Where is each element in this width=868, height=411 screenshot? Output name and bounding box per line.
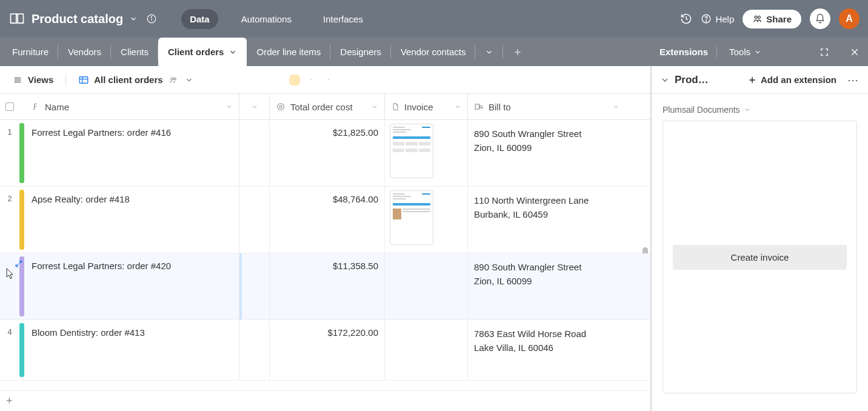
chevron-down-icon[interactable] xyxy=(660,75,670,85)
tab-furniture[interactable]: Furniture xyxy=(2,38,58,66)
cell-bill-to[interactable]: 890 South Wrangler StreetZion, IL 60099 xyxy=(468,120,626,186)
tab-menu-chevron[interactable] xyxy=(475,38,503,66)
add-table-button[interactable] xyxy=(503,38,532,66)
svg-point-25 xyxy=(637,79,638,80)
segment-data[interactable]: Data xyxy=(181,9,218,29)
table-tabs: Furniture Vendors Clients Client orders … xyxy=(0,38,651,66)
share-button[interactable]: Share xyxy=(743,10,801,28)
invoice-thumbnail[interactable] xyxy=(390,190,433,245)
base-title[interactable]: Product catalog xyxy=(32,12,123,26)
cell-invoice[interactable] xyxy=(385,320,468,380)
column-invoice[interactable]: Invoice xyxy=(385,94,468,119)
help-label: Help xyxy=(715,14,734,24)
ext-tabs: Extensions Tools xyxy=(651,38,868,66)
expand-record-icon[interactable] xyxy=(15,259,23,268)
color-icon[interactable] xyxy=(289,75,300,85)
cell-invoice[interactable] xyxy=(385,120,468,186)
cell-bill-to[interactable]: 890 South Wrangler StreetZion, IL 60099 xyxy=(468,253,626,319)
invoice-thumbnail[interactable] xyxy=(390,124,433,178)
chevron-down-icon[interactable] xyxy=(225,103,233,110)
cell-total[interactable]: $48,764.00 xyxy=(333,194,378,204)
svg-line-31 xyxy=(482,107,483,109)
table-row[interactable]: 4 Bloom Dentistry: order #413 $172,220.0… xyxy=(0,320,650,381)
cell-invoice[interactable] xyxy=(385,253,468,319)
add-row-button[interactable]: + xyxy=(0,390,650,411)
more-icon[interactable]: ⋯ xyxy=(847,73,860,87)
ext-tab-tools[interactable]: Tools xyxy=(729,47,761,57)
view-picker[interactable]: All client orders xyxy=(73,71,199,89)
history-icon[interactable] xyxy=(680,13,692,25)
svg-rect-14 xyxy=(80,76,88,83)
tab-clients[interactable]: Clients xyxy=(111,38,158,66)
grid-view-icon xyxy=(78,75,89,85)
view-toolbar: Views All client orders xyxy=(0,66,650,94)
segment-automations[interactable]: Automations xyxy=(233,9,300,29)
column-total-cost[interactable]: Total order cost xyxy=(270,94,385,119)
table-row[interactable]: 1 Forrest Legal Partners: order #416 $21… xyxy=(0,120,650,187)
chevron-down-icon[interactable] xyxy=(371,103,378,110)
chevron-down-icon[interactable] xyxy=(612,103,619,110)
group-icon[interactable] xyxy=(255,75,266,85)
info-icon[interactable] xyxy=(144,13,157,24)
help-button[interactable]: Help xyxy=(701,13,734,24)
svg-rect-29 xyxy=(475,104,479,109)
top-bar: Product catalog Data Automations Interfa… xyxy=(0,0,868,38)
base-menu-chevron-icon[interactable] xyxy=(129,15,138,23)
plumsail-header[interactable]: Plumsail Documents xyxy=(663,105,857,115)
extension-title[interactable]: Prod… xyxy=(675,74,709,86)
cell-total[interactable]: $11,358.50 xyxy=(333,261,378,271)
avatar[interactable]: A xyxy=(839,8,860,29)
grid-header: Name Total order cost Invoice Bill to xyxy=(0,94,650,120)
ext-tab-extensions[interactable]: Extensions xyxy=(659,47,717,58)
row-height-icon[interactable] xyxy=(306,75,317,85)
row-color-bar xyxy=(19,123,24,183)
cursor-icon xyxy=(6,268,15,280)
tab-designers[interactable]: Designers xyxy=(330,38,391,66)
create-invoice-button[interactable]: Create invoice xyxy=(673,245,847,270)
close-panel-icon[interactable] xyxy=(850,47,860,57)
column-name[interactable]: Name xyxy=(25,94,239,119)
tab-vendors[interactable]: Vendors xyxy=(58,38,111,66)
hide-fields-icon[interactable] xyxy=(221,75,232,85)
filter-icon[interactable] xyxy=(238,75,249,85)
svg-point-28 xyxy=(279,105,282,108)
tab-vendor-contacts[interactable]: Vendor contacts xyxy=(391,38,476,66)
top-segments: Data Automations Interfaces xyxy=(181,9,372,29)
expand-panel-icon[interactable] xyxy=(820,47,829,57)
hidden-column-indicator[interactable] xyxy=(239,94,270,119)
tab-order-line-items[interactable]: Order line items xyxy=(247,38,330,66)
svg-rect-24 xyxy=(328,79,329,80)
svg-point-5 xyxy=(755,16,757,18)
share-view-icon[interactable] xyxy=(323,75,334,85)
cell-bill-to[interactable]: 7863 East Wild Horse RoadLake Villa, IL … xyxy=(468,320,626,380)
tab-client-orders[interactable]: Client orders xyxy=(158,38,247,66)
table-row[interactable]: 2 Apse Realty: order #418 $48,764.00 xyxy=(0,187,650,253)
select-all-checkbox[interactable] xyxy=(5,102,14,111)
share-label: Share xyxy=(766,14,792,24)
cell-name[interactable]: Apse Realty: order #418 xyxy=(32,194,130,204)
svg-point-4 xyxy=(706,21,707,21)
row-color-bar xyxy=(19,190,24,250)
view-name: All client orders xyxy=(94,75,162,85)
views-button[interactable]: Views xyxy=(7,71,58,89)
table-row[interactable]: Forrest Legal Partners: order #420 $11,3… xyxy=(0,253,650,320)
chevron-down-icon xyxy=(229,48,237,56)
chevron-down-icon[interactable] xyxy=(454,103,461,110)
cell-name[interactable]: Forrest Legal Partners: order #420 xyxy=(32,261,171,271)
cell-name[interactable]: Forrest Legal Partners: order #416 xyxy=(32,127,171,138)
search-icon[interactable] xyxy=(632,75,643,85)
sort-icon[interactable] xyxy=(272,75,283,85)
cell-total[interactable]: $21,825.00 xyxy=(333,127,378,138)
chevron-down-icon xyxy=(184,75,195,85)
cell-name[interactable]: Bloom Dentistry: order #413 xyxy=(32,327,145,338)
extension-panel: Prod… Add an extension ⋯ Plumsail Docume… xyxy=(651,66,868,411)
cell-invoice[interactable] xyxy=(385,187,468,253)
segment-interfaces[interactable]: Interfaces xyxy=(315,9,372,29)
notifications-button[interactable] xyxy=(810,8,830,29)
column-bill-to[interactable]: Bill to xyxy=(468,94,626,119)
svg-point-2 xyxy=(152,16,152,17)
cell-total[interactable]: $172,220.00 xyxy=(328,327,378,338)
add-extension-button[interactable]: Add an extension xyxy=(747,75,836,85)
cell-bill-to[interactable]: 110 North Wintergreen LaneBurbank, IL 60… xyxy=(468,187,626,253)
rollup-icon xyxy=(276,102,285,112)
